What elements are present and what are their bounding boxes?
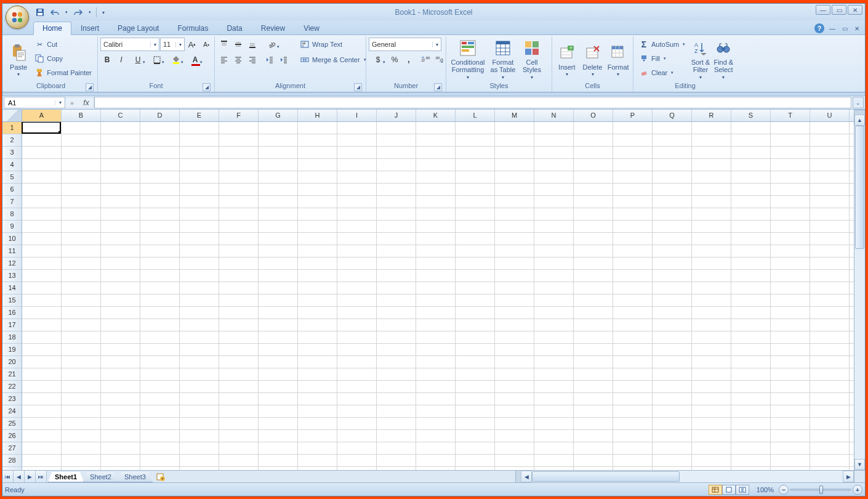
chevron-down-icon[interactable]: ▾ bbox=[175, 42, 184, 47]
italic-button[interactable]: I bbox=[115, 53, 128, 67]
copy-button[interactable]: Copy bbox=[31, 52, 95, 65]
expand-formula-bar[interactable]: ⌄ bbox=[853, 97, 864, 108]
vertical-scrollbar[interactable]: ▲ ▼ bbox=[854, 110, 865, 470]
last-sheet-button[interactable]: ⏭ bbox=[36, 471, 47, 482]
row-header-27[interactable]: 27 bbox=[2, 442, 22, 455]
font-color-button[interactable]: A bbox=[186, 53, 204, 67]
conditional-formatting-button[interactable]: Conditional Formatting▾ bbox=[449, 38, 487, 81]
scroll-up-button[interactable]: ▲ bbox=[854, 115, 865, 126]
column-header-H[interactable]: H bbox=[298, 110, 337, 121]
row-header-11[interactable]: 11 bbox=[2, 245, 22, 258]
vscroll-thumb[interactable] bbox=[855, 126, 864, 249]
page-break-view-button[interactable] bbox=[736, 485, 749, 495]
format-as-table-button[interactable]: Format as Table▾ bbox=[488, 38, 518, 81]
paste-button[interactable]: Paste▾ bbox=[7, 38, 30, 81]
workbook-restore[interactable]: ▭ bbox=[840, 24, 849, 33]
undo-button[interactable] bbox=[49, 7, 60, 18]
column-header-P[interactable]: P bbox=[613, 110, 653, 121]
row-header-17[interactable]: 17 bbox=[2, 319, 22, 331]
undo-dropdown[interactable]: ▾ bbox=[64, 7, 69, 18]
align-middle-button[interactable] bbox=[231, 38, 245, 51]
new-sheet-button[interactable] bbox=[155, 471, 167, 482]
tab-home[interactable]: Home bbox=[33, 22, 71, 35]
row-header-10[interactable]: 10 bbox=[2, 233, 22, 245]
column-header-L[interactable]: L bbox=[456, 110, 495, 121]
hscroll-track[interactable] bbox=[532, 471, 843, 482]
merge-center-button[interactable]: Merge & Center▾ bbox=[297, 53, 369, 67]
zoom-out-button[interactable]: − bbox=[779, 485, 789, 495]
percent-button[interactable]: % bbox=[388, 53, 401, 67]
row-header-15[interactable]: 15 bbox=[2, 294, 22, 307]
row-header-23[interactable]: 23 bbox=[2, 393, 22, 405]
row-header-18[interactable]: 18 bbox=[2, 331, 22, 344]
row-header-9[interactable]: 9 bbox=[2, 221, 22, 233]
autosum-button[interactable]: ΣAutoSum▾ bbox=[636, 38, 688, 51]
align-center-button[interactable] bbox=[231, 53, 245, 67]
column-header-G[interactable]: G bbox=[259, 110, 298, 121]
column-header-O[interactable]: O bbox=[574, 110, 613, 121]
find-select-button[interactable]: Find & Select▾ bbox=[713, 38, 734, 81]
fill-button[interactable]: Fill▾ bbox=[636, 52, 688, 65]
select-all-button[interactable] bbox=[2, 110, 22, 121]
chevron-down-icon[interactable]: ▾ bbox=[150, 42, 159, 47]
cut-button[interactable]: ✂Cut bbox=[31, 38, 95, 51]
column-header-K[interactable]: K bbox=[416, 110, 456, 121]
workbook-minimize[interactable]: — bbox=[828, 24, 837, 33]
column-header-F[interactable]: F bbox=[219, 110, 259, 121]
sheet-tab-sheet2[interactable]: Sheet2 bbox=[83, 472, 118, 482]
row-header-8[interactable]: 8 bbox=[2, 208, 22, 221]
row-header-4[interactable]: 4 bbox=[2, 159, 22, 171]
normal-view-button[interactable] bbox=[709, 485, 722, 495]
font-launcher[interactable]: ◢ bbox=[203, 83, 211, 91]
row-header-29[interactable]: 29 bbox=[2, 467, 22, 470]
column-header-I[interactable]: I bbox=[337, 110, 377, 121]
column-header-B[interactable]: B bbox=[62, 110, 101, 121]
column-header-E[interactable]: E bbox=[180, 110, 219, 121]
row-header-16[interactable]: 16 bbox=[2, 307, 22, 319]
chevron-down-icon[interactable]: ▾ bbox=[432, 42, 441, 47]
column-header-C[interactable]: C bbox=[101, 110, 140, 121]
font-name-combo[interactable]: Calibri▾ bbox=[100, 38, 159, 51]
zoom-slider[interactable] bbox=[790, 489, 851, 491]
row-header-20[interactable]: 20 bbox=[2, 356, 22, 368]
formula-input[interactable] bbox=[94, 97, 851, 108]
number-launcher[interactable]: ◢ bbox=[434, 83, 442, 91]
wrap-text-button[interactable]: abcWrap Text bbox=[297, 38, 369, 51]
sheet-tab-sheet3[interactable]: Sheet3 bbox=[118, 472, 153, 482]
align-bottom-button[interactable] bbox=[246, 38, 259, 51]
comma-button[interactable]: , bbox=[402, 53, 416, 67]
column-header-Q[interactable]: Q bbox=[653, 110, 692, 121]
align-left-button[interactable] bbox=[217, 53, 231, 67]
row-header-12[interactable]: 12 bbox=[2, 258, 22, 270]
fill-color-button[interactable] bbox=[167, 53, 185, 67]
row-header-24[interactable]: 24 bbox=[2, 405, 22, 418]
vsplit-handle[interactable] bbox=[854, 110, 865, 115]
redo-dropdown[interactable]: ▾ bbox=[87, 7, 92, 18]
row-header-21[interactable]: 21 bbox=[2, 368, 22, 381]
column-header-U[interactable]: U bbox=[810, 110, 850, 121]
row-header-22[interactable]: 22 bbox=[2, 381, 22, 393]
row-header-1[interactable]: 1 bbox=[2, 122, 22, 134]
font-size-combo[interactable]: 11▾ bbox=[160, 38, 185, 51]
cell-styles-button[interactable]: Cell Styles▾ bbox=[519, 38, 545, 81]
tab-view[interactable]: View bbox=[294, 22, 329, 34]
redo-button[interactable] bbox=[73, 7, 84, 18]
row-header-5[interactable]: 5 bbox=[2, 171, 22, 184]
sort-filter-button[interactable]: AZSort & Filter▾ bbox=[689, 38, 711, 81]
zoom-in-button[interactable]: + bbox=[853, 485, 862, 495]
format-painter-button[interactable]: Format Painter bbox=[31, 66, 95, 79]
row-header-3[interactable]: 3 bbox=[2, 147, 22, 159]
row-header-7[interactable]: 7 bbox=[2, 196, 22, 208]
maximize-button[interactable]: ▭ bbox=[832, 5, 846, 15]
scroll-left-button[interactable]: ◀ bbox=[521, 471, 532, 482]
help-icon[interactable]: ? bbox=[814, 23, 824, 33]
name-box-dropdown[interactable]: ▾ bbox=[55, 100, 65, 105]
save-button[interactable] bbox=[34, 7, 46, 18]
clear-button[interactable]: Clear▾ bbox=[636, 66, 688, 79]
horizontal-scrollbar[interactable]: ◀ ▶ bbox=[515, 471, 854, 482]
tab-review[interactable]: Review bbox=[252, 22, 294, 34]
row-header-28[interactable]: 28 bbox=[2, 455, 22, 467]
row-header-26[interactable]: 26 bbox=[2, 430, 22, 442]
cells-grid[interactable] bbox=[22, 122, 854, 470]
grow-font-button[interactable]: A▴ bbox=[185, 38, 199, 51]
